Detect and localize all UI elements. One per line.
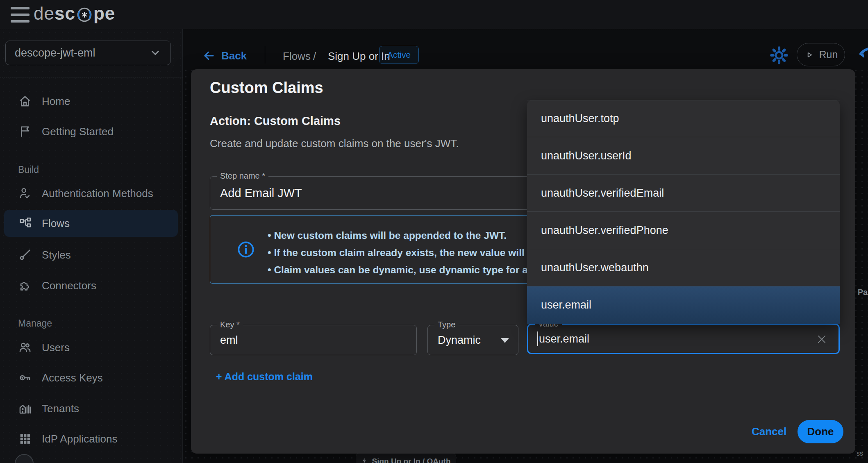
sidebar-item-idp-applications[interactable]: IdP Applications [4,427,178,451]
step-name-value: Add Email JWT [220,186,302,200]
flow-icon [18,216,32,230]
avatar[interactable] [15,454,34,463]
play-icon [804,50,815,60]
modal-title: Custom Claims [210,79,323,97]
sidebar-item-home[interactable]: Home [4,89,178,113]
action-title: Action: Custom Claims [210,114,341,128]
sidebar-item-authentication-methods[interactable]: Authentication Methods [4,182,178,205]
key-label: Key * [217,320,243,329]
sidebar-item-connectors[interactable]: Connectors [4,274,178,297]
toolbar-divider [265,46,265,64]
key-input[interactable]: Key * eml [210,325,417,355]
person-check-icon [18,186,32,200]
project-name: descope-jwt-eml [15,47,149,59]
sidebar: descope-jwt-eml Home Getting Started Bui… [0,29,183,463]
clear-icon[interactable] [816,333,828,345]
step-name-label: Step name * [217,171,268,181]
app-header: descpe [0,0,868,29]
brush-icon [18,248,32,262]
sidebar-section-manage: Manage [18,318,52,329]
text-caret [537,331,538,346]
flow-node-fragment-bottom: ss [857,450,863,457]
home-icon [18,94,32,108]
type-value: Dynamic [438,334,481,347]
run-button[interactable]: Run [797,43,845,66]
flow-toolbar: Back Flows / Sign Up or In Active Run [183,29,868,70]
sidebar-item-styles[interactable]: Styles [4,243,178,267]
sidebar-divider [0,77,183,77]
back-button[interactable]: Back [202,49,247,62]
deploy-arrow-icon[interactable] [857,45,868,62]
sidebar-item-users[interactable]: Users [4,336,178,359]
info-icon [236,240,255,259]
descope-logo-o-icon [76,6,93,23]
action-description: Create and update custom claims on the u… [210,137,459,150]
flow-edge-fragment [855,423,868,423]
breadcrumb-separator: / [313,50,316,63]
status-badge[interactable]: Active [379,46,419,64]
project-selector[interactable]: descope-jwt-eml [5,41,171,65]
done-button[interactable]: Done [798,420,843,443]
chevron-down-icon [149,47,161,59]
value-input[interactable]: Value user.email [527,324,840,354]
dropdown-option-highlighted[interactable]: user.email [527,286,840,324]
gear-icon[interactable] [770,46,788,65]
select-arrow-icon [501,338,509,343]
cancel-button[interactable]: Cancel [752,425,786,438]
puzzle-icon [18,279,32,293]
sidebar-item-tenants[interactable]: Tenants [4,397,178,420]
back-arrow-icon [202,49,216,62]
breadcrumb-flows[interactable]: Flows [283,50,311,63]
autocomplete-dropdown: unauthUser.totp unauthUser.userId unauth… [527,100,840,324]
dropdown-option[interactable]: unauthUser.verifiedPhone [527,212,840,249]
add-custom-claim-link[interactable]: + Add custom claim [216,371,313,383]
type-select[interactable]: Type Dynamic [427,325,518,355]
hamburger-menu-icon[interactable] [11,7,30,23]
flow-node-oauth[interactable]: Sign Up or In / OAuth [356,453,456,463]
users-icon [18,340,32,354]
key-value: eml [220,334,238,347]
value-text: user.email [539,333,589,345]
descope-logo[interactable]: descpe [34,3,115,24]
type-label: Type [434,320,459,329]
sidebar-item-access-keys[interactable]: Access Keys [4,366,178,390]
flag-icon [18,125,32,138]
key-icon [18,371,32,385]
dropdown-option[interactable]: unauthUser.verifiedEmail [527,175,840,212]
dropdown-option[interactable]: unauthUser.webauthn [527,249,840,286]
sidebar-section-build: Build [18,164,39,175]
dropdown-option[interactable]: unauthUser.userId [527,137,840,175]
lightning-icon [361,457,368,463]
sidebar-item-getting-started[interactable]: Getting Started [4,120,178,143]
grid-icon [18,432,32,446]
buildings-icon [18,402,32,415]
sidebar-item-flows[interactable]: Flows [4,210,178,237]
dropdown-option[interactable]: unauthUser.totp [527,100,840,137]
